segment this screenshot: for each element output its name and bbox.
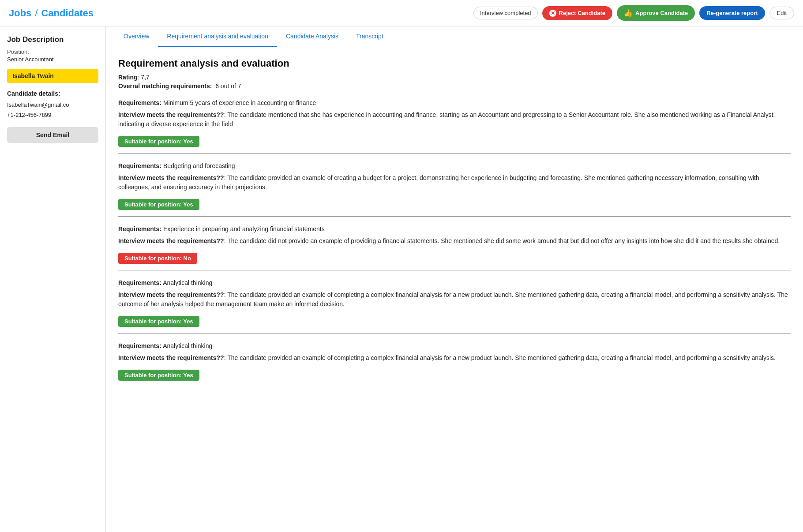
meets-requirements-text: Interview meets the requirements??: The …	[118, 290, 791, 309]
reject-candidate-button[interactable]: ✕ Reject Candidate	[542, 6, 612, 20]
approve-candidate-button[interactable]: 👍 Approve Candidate	[617, 5, 695, 21]
suitable-badge: Suitable for position: Yes	[118, 316, 199, 327]
suitable-badge: Suitable for position: Yes	[118, 370, 199, 381]
send-email-button[interactable]: Send Email	[7, 127, 98, 143]
requirement-text: Requirements: Analytical thinking	[118, 278, 791, 288]
requirement-text: Requirements: Experience in preparing an…	[118, 225, 791, 234]
jobs-link[interactable]: Jobs	[9, 7, 31, 19]
regenerate-report-button[interactable]: Re-generate report	[699, 6, 765, 20]
page-title: Requirement analysis and evaluation	[118, 58, 791, 69]
thumbs-up-icon: 👍	[624, 9, 633, 17]
breadcrumb-slash: /	[35, 7, 38, 19]
status-badge: Interview completed	[473, 7, 538, 19]
candidate-phone: +1-212-456-7899	[7, 112, 98, 118]
tab-requirement-analysis[interactable]: Requirement analysis and evaluation	[158, 26, 277, 47]
approve-label: Approve Candidate	[635, 10, 688, 16]
edit-button[interactable]: Edit	[769, 7, 794, 19]
content-area: Overview Requirement analysis and evalua…	[106, 26, 803, 532]
main-layout: Job Description Position: Senior Account…	[0, 26, 803, 532]
meets-requirements-text: Interview meets the requirements??: The …	[118, 353, 791, 363]
meets-requirements-text: Interview meets the requirements??: The …	[118, 110, 791, 129]
requirement-block: Requirements: Minimum 5 years of experie…	[118, 98, 791, 153]
meets-requirements-text: Interview meets the requirements??: The …	[118, 236, 791, 246]
matching-line: Overral matching requirements: 6 out of …	[118, 82, 791, 90]
requirement-block: Requirements: Analytical thinkingIntervi…	[118, 333, 791, 387]
position-value: Senior Accountant	[7, 56, 98, 63]
requirement-text: Requirements: Analytical thinking	[118, 341, 791, 351]
rating-label: Rating	[118, 74, 138, 81]
suitable-badge: Suitable for position: Yes	[118, 136, 199, 147]
requirement-block: Requirements: Budgeting and forecastingI…	[118, 153, 791, 216]
requirement-block: Requirements: Experience in preparing an…	[118, 216, 791, 270]
rating-line: Rating: 7,7	[118, 74, 791, 81]
meets-requirements-text: Interview meets the requirements??: The …	[118, 173, 791, 192]
candidate-email: IsabellaTwain@gmail.co	[7, 101, 98, 108]
requirements-container: Requirements: Minimum 5 years of experie…	[118, 98, 791, 387]
regenerate-label: Re-generate report	[706, 10, 758, 16]
candidates-link[interactable]: Candidates	[41, 7, 94, 19]
candidate-details-title: Candidate details:	[7, 90, 98, 97]
rating-value: 7,7	[141, 74, 149, 81]
header-actions: Interview completed ✕ Reject Candidate 👍…	[473, 5, 794, 21]
job-description-title: Job Description	[7, 35, 98, 44]
suitable-badge: Suitable for position: Yes	[118, 199, 199, 210]
requirement-text: Requirements: Minimum 5 years of experie…	[118, 98, 791, 108]
matching-label: Overral matching requirements:	[118, 82, 212, 90]
suitable-badge: Suitable for position: No	[118, 253, 197, 264]
tab-overview[interactable]: Overview	[115, 26, 158, 47]
main-content: Requirement analysis and evaluation Rati…	[106, 47, 803, 532]
header-breadcrumb: Jobs / Candidates	[9, 7, 94, 19]
requirement-block: Requirements: Analytical thinkingIntervi…	[118, 270, 791, 333]
position-label: Position:	[7, 49, 98, 55]
x-icon: ✕	[549, 10, 556, 17]
candidate-name-badge: Isabella Twain	[7, 69, 98, 83]
tab-transcript[interactable]: Transcript	[347, 26, 392, 47]
matching-value: 6 out of 7	[215, 82, 241, 90]
reject-label: Reject Candidate	[559, 10, 605, 16]
requirement-text: Requirements: Budgeting and forecasting	[118, 161, 791, 171]
header: Jobs / Candidates Interview completed ✕ …	[0, 0, 803, 26]
sidebar: Job Description Position: Senior Account…	[0, 26, 106, 532]
tab-navigation: Overview Requirement analysis and evalua…	[106, 26, 803, 47]
tab-candidate-analysis[interactable]: Candidate Analysis	[277, 26, 347, 47]
